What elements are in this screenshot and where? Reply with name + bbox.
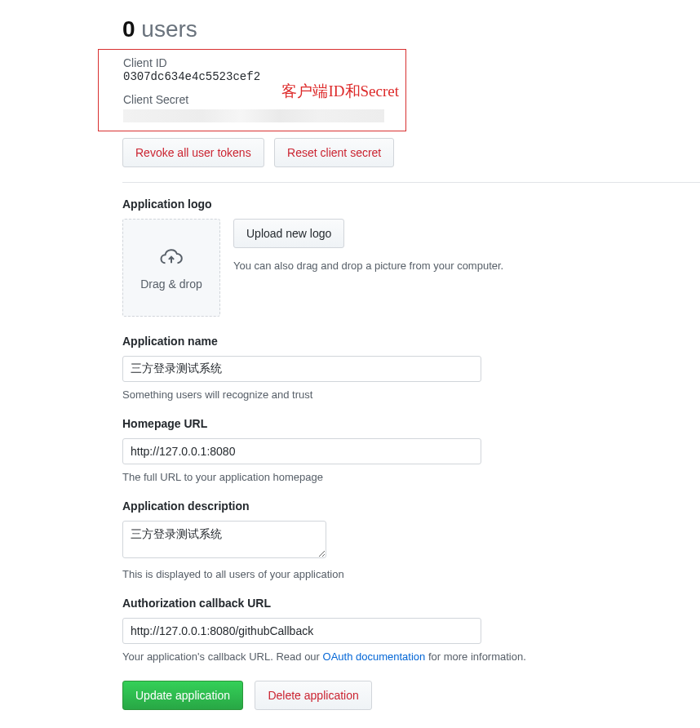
cloud-upload-icon <box>159 246 184 277</box>
homepage-url-input[interactable] <box>122 438 481 464</box>
homepage-url-help: The full URL to your application homepag… <box>122 471 700 483</box>
callback-url-label: Authorization callback URL <box>122 597 700 610</box>
upload-note: You can also drag and drop a picture fro… <box>233 260 503 272</box>
app-name-input[interactable] <box>122 356 481 382</box>
delete-application-button[interactable]: Delete application <box>255 681 371 710</box>
app-name-help: Something users will recognize and trust <box>122 388 700 401</box>
credentials-annotation: 客户端ID和Secret <box>281 81 399 102</box>
app-name-label: Application name <box>122 335 700 348</box>
callback-url-input[interactable] <box>122 618 481 644</box>
upload-logo-button[interactable]: Upload new logo <box>233 219 344 248</box>
reset-secret-button[interactable]: Reset client secret <box>274 138 394 167</box>
users-heading: 0 users <box>122 16 700 42</box>
revoke-tokens-button[interactable]: Revoke all user tokens <box>122 138 264 167</box>
callback-help-pre: Your application's callback URL. Read ou… <box>122 650 323 663</box>
oauth-documentation-link[interactable]: OAuth documentation <box>323 650 426 663</box>
user-count: 0 <box>122 16 135 42</box>
callback-help-post: for more information. <box>425 650 526 663</box>
app-description-help: This is displayed to all users of your a… <box>122 568 700 580</box>
dropzone-label: Drag & drop <box>140 277 202 291</box>
logo-dropzone[interactable]: Drag & drop <box>122 219 220 317</box>
section-divider <box>122 182 700 183</box>
homepage-url-label: Homepage URL <box>122 417 700 430</box>
callback-url-help: Your application's callback URL. Read ou… <box>122 650 700 663</box>
application-logo-heading: Application logo <box>122 198 700 211</box>
app-description-input[interactable]: 三方登录测试系统 <box>122 521 326 558</box>
client-id-label: Client ID <box>123 56 399 69</box>
credentials-box: Client ID 0307dc634e4c5523cef2 Client Se… <box>98 49 406 131</box>
update-application-button[interactable]: Update application <box>122 681 243 710</box>
client-secret-redacted <box>123 109 384 122</box>
user-label: users <box>135 16 197 42</box>
app-description-label: Application description <box>122 499 700 513</box>
